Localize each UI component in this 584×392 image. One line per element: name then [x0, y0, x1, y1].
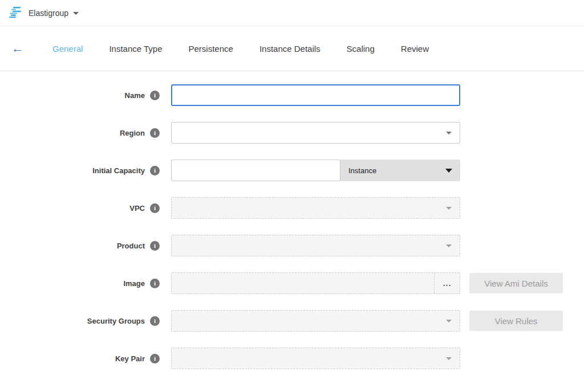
initial-capacity-label-group: Initial Capacity i [0, 166, 160, 175]
image-control: ... [171, 272, 460, 294]
tab-general[interactable]: General [52, 44, 83, 54]
tab-instance-type[interactable]: Instance Type [109, 44, 162, 54]
form-row-initial-capacity: Initial Capacity i Instance [0, 160, 584, 181]
initial-capacity-label: Initial Capacity [92, 166, 145, 175]
name-label: Name [125, 91, 145, 100]
chevron-down-icon [446, 320, 452, 322]
vpc-label: VPC [129, 204, 145, 213]
tab-persistence[interactable]: Persistence [189, 44, 233, 54]
initial-capacity-control: Instance [171, 160, 460, 181]
product-switcher[interactable]: Elastigroup [29, 9, 68, 18]
region-label-group: Region i [0, 128, 160, 138]
key-pair-select[interactable] [171, 348, 460, 369]
form-row-key-pair: Key Pair i [0, 348, 584, 369]
form-row-image: Image i ... View Ami Details [0, 272, 584, 294]
wizard-tab-bar: ← General Instance Type Persistence Inst… [0, 26, 584, 71]
product-label: Product [117, 242, 145, 250]
info-icon[interactable]: i [150, 354, 160, 364]
key-pair-label-group: Key Pair i [0, 354, 160, 364]
image-label: Image [123, 279, 145, 288]
initial-capacity-input[interactable] [171, 160, 340, 181]
key-pair-label: Key Pair [115, 354, 145, 363]
chevron-down-icon[interactable] [73, 12, 79, 15]
region-label: Region [120, 129, 145, 137]
elastigroup-logo-icon[interactable] [8, 6, 23, 19]
region-select[interactable] [171, 122, 460, 144]
form-row-vpc: VPC i [0, 197, 584, 219]
capacity-unit-select[interactable]: Instance [340, 160, 460, 181]
image-input-value [172, 273, 434, 293]
name-control [171, 84, 460, 106]
vpc-select[interactable] [171, 197, 460, 219]
image-input[interactable]: ... [171, 272, 460, 294]
security-groups-label: Security Groups [87, 317, 145, 325]
vpc-label-group: VPC i [0, 203, 160, 213]
security-groups-label-group: Security Groups i [0, 316, 160, 326]
info-icon[interactable]: i [150, 241, 160, 251]
product-select[interactable] [171, 235, 460, 256]
image-label-group: Image i [0, 279, 160, 288]
elastigroup-wizard: Elastigroup ← General Instance Type Pers… [0, 0, 584, 369]
info-icon[interactable]: i [150, 203, 160, 213]
chevron-down-icon [446, 244, 452, 247]
info-icon[interactable]: i [150, 316, 160, 326]
security-groups-select[interactable] [171, 310, 460, 332]
tab-scaling[interactable]: Scaling [347, 44, 375, 54]
tab-review[interactable]: Review [401, 44, 429, 54]
chevron-down-icon [445, 169, 452, 173]
form-row-region: Region i [0, 122, 584, 144]
product-label-group: Product i [0, 241, 160, 251]
name-input[interactable] [171, 84, 460, 106]
chevron-down-icon [446, 357, 452, 360]
form-row-security-groups: Security Groups i View Rules [0, 310, 584, 332]
tab-instance-details[interactable]: Instance Details [259, 44, 321, 54]
key-pair-control [171, 348, 460, 369]
security-groups-control [171, 310, 460, 332]
info-icon[interactable]: i [150, 91, 160, 100]
browse-ami-button[interactable]: ... [434, 273, 460, 293]
view-rules-button[interactable]: View Rules [469, 311, 563, 331]
top-bar: Elastigroup [0, 0, 584, 26]
info-icon[interactable]: i [150, 279, 160, 288]
view-ami-details-button[interactable]: View Ami Details [469, 273, 563, 293]
back-button[interactable]: ← [11, 42, 24, 55]
wizard-tabs: General Instance Type Persistence Instan… [52, 44, 455, 54]
vpc-control [171, 197, 460, 219]
info-icon[interactable]: i [150, 166, 160, 175]
chevron-down-icon [446, 207, 452, 210]
region-control [171, 122, 460, 144]
product-control [171, 235, 460, 256]
capacity-unit-value: Instance [348, 166, 376, 175]
form-row-product: Product i [0, 235, 584, 256]
name-label-group: Name i [0, 91, 160, 100]
form-row-name: Name i [0, 84, 584, 106]
info-icon[interactable]: i [150, 128, 160, 138]
chevron-down-icon [446, 132, 452, 134]
general-settings-form: Name i Region i Initial Capacit [0, 71, 584, 369]
